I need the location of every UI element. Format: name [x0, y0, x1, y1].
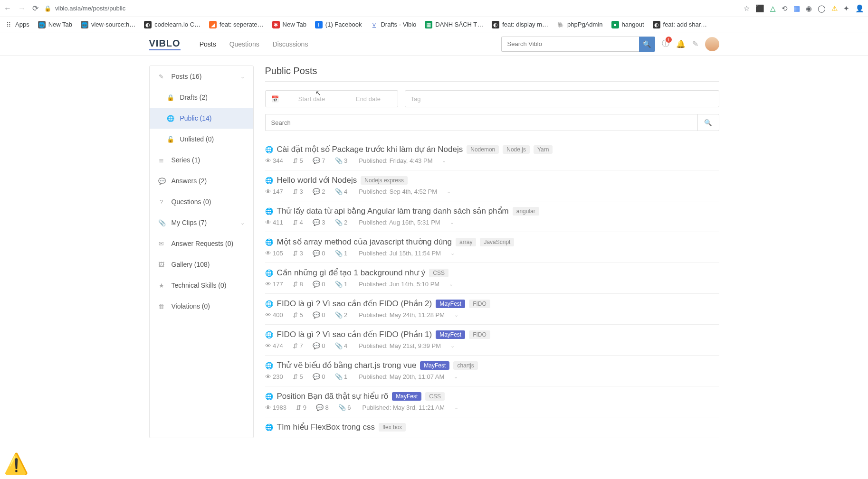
url-text[interactable]: viblo.asia/me/posts/public — [55, 5, 125, 12]
extensions-icon[interactable]: ✦ — [843, 4, 849, 13]
sidebar-item[interactable]: 💬Answers (2) — [150, 170, 253, 191]
bookmark-item[interactable]: ◐feat: display m… — [492, 21, 548, 28]
post-tag[interactable]: Yarn — [534, 145, 553, 154]
sidebar-item-label: Answers (2) — [172, 177, 207, 185]
nav-discussions[interactable]: Discussions — [273, 40, 308, 48]
chevron-down-icon[interactable]: ⌄ — [450, 343, 455, 349]
sidebar-item[interactable]: 📎My Clips (7)⌄ — [150, 212, 253, 233]
chevron-down-icon[interactable]: ⌄ — [454, 374, 458, 380]
chevron-down-icon[interactable]: ⌄ — [450, 219, 454, 225]
ext-icon-4[interactable]: ▦ — [793, 4, 800, 13]
posts-search-input[interactable] — [265, 114, 697, 131]
bookmark-item[interactable]: f(1) Facebook — [315, 21, 362, 28]
post-item: 🌐 Thử lấy data từ api bằng Angular làm t… — [265, 201, 719, 232]
bell-icon[interactable]: 🔔 — [676, 39, 686, 48]
post-title[interactable]: Một số array method của javascript thườn… — [277, 237, 452, 247]
date-range-input[interactable]: 📅 Start date End date — [265, 90, 398, 107]
global-search-input[interactable] — [501, 37, 639, 52]
post-title[interactable]: Hello world với Nodejs — [277, 175, 357, 185]
posts-search-button[interactable]: 🔍 — [697, 114, 719, 131]
post-tag[interactable]: chartjs — [453, 361, 477, 370]
sidebar-item-label: Drafts (2) — [180, 94, 208, 101]
chevron-down-icon[interactable]: ⌄ — [454, 312, 458, 318]
views-stat: 👁 147 — [265, 188, 283, 195]
sidebar-item[interactable]: ≣Series (1) — [150, 150, 253, 170]
global-search-button[interactable]: 🔍 — [639, 37, 655, 52]
sidebar-item[interactable]: 🌐Public (14) — [150, 108, 253, 129]
chevron-down-icon[interactable]: ⌄ — [454, 404, 458, 411]
sidebar-icon: 🔒 — [167, 94, 173, 101]
bookmark-item[interactable]: ✱New Tab — [272, 21, 306, 28]
sidebar-item[interactable]: ★Technical Skills (0) — [150, 275, 253, 296]
ext-icon-7[interactable]: ⚠ — [831, 4, 838, 13]
post-tag[interactable]: Nodemon — [467, 145, 499, 154]
sidebar-item[interactable]: 🔓Unlisted (0) — [150, 129, 253, 150]
sidebar-item[interactable]: 🗑Violations (0) — [150, 296, 253, 317]
profile-icon[interactable]: 👤 — [855, 4, 864, 13]
logo[interactable]: VIBLO — [149, 38, 181, 50]
ext-icon-3[interactable]: ⟲ — [782, 4, 788, 13]
ext-icon-6[interactable]: ◯ — [818, 4, 826, 13]
post-title[interactable]: Cài đặt một số Package trước khi làm dự … — [277, 144, 463, 154]
bookmark-item[interactable]: 🌐New Tab — [38, 21, 72, 28]
score-stat: ⇵ 3 — [293, 250, 303, 257]
comments-stat: 💬 0 — [313, 250, 325, 257]
avatar[interactable] — [705, 37, 719, 51]
post-item: 🌐 Position Bạn đã thật sự hiểu rõ MayFes… — [265, 386, 719, 417]
post-title[interactable]: FIDO là gì ? Vì sao cần đến FIDO (Phần 2… — [277, 299, 432, 309]
bookmarks-bar: ⠿Apps 🌐New Tab 🌐view-source:h… ◐codelear… — [0, 17, 868, 32]
post-tag[interactable]: CSS — [425, 392, 445, 401]
bookmark-item[interactable]: VDrafts - Viblo — [370, 21, 416, 28]
post-title[interactable]: Thử vẽ biểu đồ bằng chart.js trong vue — [277, 360, 417, 370]
published-text: Published: May 24th, 11:28 PM — [359, 311, 445, 319]
chevron-down-icon[interactable]: ⌄ — [450, 250, 455, 256]
nav-posts[interactable]: Posts — [200, 40, 216, 48]
sidebar-item[interactable]: 🖼Gallery (108) — [150, 254, 253, 275]
forward-icon[interactable]: → — [18, 4, 26, 13]
clips-stat: 📎 4 — [335, 342, 348, 349]
tag-input[interactable]: Tag — [405, 90, 719, 107]
published-text: Published: Sep 4th, 4:52 PM — [359, 188, 437, 195]
post-tag[interactable]: Nodejs express — [361, 176, 408, 185]
reload-icon[interactable]: ⟳ — [32, 4, 38, 13]
bookmark-item[interactable]: ◢feat: seperate… — [209, 21, 264, 28]
post-title[interactable]: Tìm hiểu FlexBox trong css — [277, 422, 375, 432]
bookmark-item[interactable]: ●hangout — [611, 21, 644, 28]
ext-icon-5[interactable]: ◉ — [806, 4, 812, 13]
post-tag[interactable]: JavaScript — [480, 238, 514, 246]
chevron-down-icon[interactable]: ⌄ — [447, 188, 451, 195]
ext-icon-2[interactable]: △ — [770, 4, 776, 13]
sidebar-item[interactable]: 🔒Drafts (2) — [150, 87, 253, 108]
chevron-icon: ⌄ — [240, 74, 245, 80]
bookmark-item[interactable]: 🐘phpPgAdmin — [557, 21, 602, 28]
nav-questions[interactable]: Questions — [229, 40, 259, 48]
post-tag[interactable]: array — [456, 238, 476, 246]
post-item: 🌐 Tìm hiểu FlexBox trong css flex box — [265, 417, 719, 438]
post-tag[interactable]: CSS — [429, 269, 448, 277]
chevron-down-icon[interactable]: ⌄ — [442, 158, 446, 164]
bookmark-item[interactable]: ◐codelearn.io C… — [144, 21, 200, 28]
post-title[interactable]: Cần những gì để tạo 1 background như ý — [277, 268, 426, 278]
views-stat: 👁 1983 — [265, 404, 287, 411]
post-tag[interactable]: FIDO — [469, 300, 490, 308]
pen-icon[interactable]: ✎ — [692, 39, 698, 48]
post-title[interactable]: Thử lấy data từ api bằng Angular làm tra… — [277, 206, 509, 216]
post-tag[interactable]: flex box — [379, 423, 406, 432]
ext-icon-1[interactable]: ⬛ — [755, 4, 764, 13]
post-title[interactable]: FIDO là gì ? Vì sao cần đến FIDO (Phần 1… — [277, 329, 432, 339]
post-tag[interactable]: Node.js — [503, 145, 530, 154]
post-title[interactable]: Position Bạn đã thật sự hiểu rõ — [277, 391, 389, 401]
sidebar-item[interactable]: ✉Answer Requests (0) — [150, 233, 253, 254]
chevron-down-icon[interactable]: ⌄ — [449, 281, 453, 287]
apps-button[interactable]: ⠿Apps — [5, 21, 29, 28]
sidebar-item[interactable]: ?Questions (0) — [150, 191, 253, 212]
bookmark-item[interactable]: 🌐view-source:h… — [81, 21, 135, 28]
info-icon[interactable]: ⓘ1 — [662, 39, 669, 49]
bookmark-item[interactable]: ◐feat: add shar… — [653, 21, 707, 28]
post-tag[interactable]: angular — [513, 207, 539, 216]
sidebar-item[interactable]: ✎Posts (16)⌄ — [150, 66, 253, 87]
post-tag[interactable]: FIDO — [469, 330, 490, 339]
back-icon[interactable]: ← — [4, 4, 11, 13]
bookmark-item[interactable]: ▦DANH SÁCH T… — [425, 21, 483, 28]
star-icon[interactable]: ☆ — [744, 4, 750, 13]
